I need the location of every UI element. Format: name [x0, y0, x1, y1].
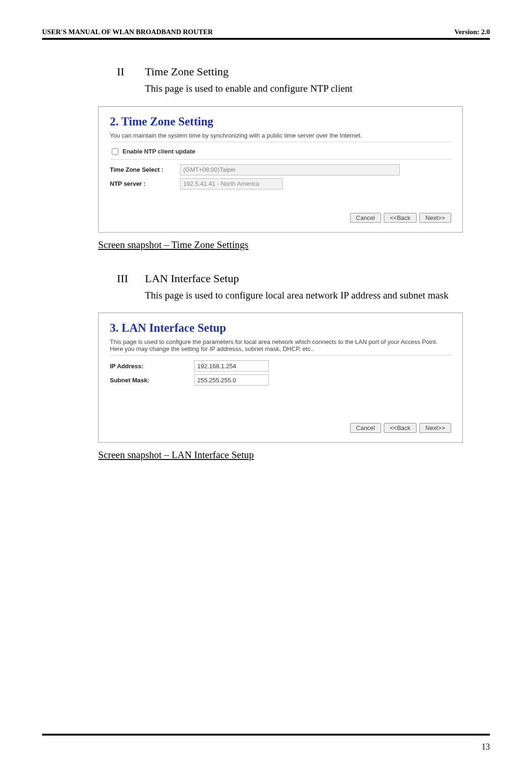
cancel-button[interactable]: Cancel [350, 423, 381, 433]
back-button[interactable]: <<Back [384, 213, 417, 223]
subnet-mask-label: Subnet Mask: [110, 377, 194, 384]
footer-rule [42, 734, 490, 736]
shot2-title: 3. LAN Interface Setup [110, 321, 451, 335]
caption-1: Screen snapshot – Time Zone Settings [98, 239, 476, 251]
section-2-title: Time Zone Setting [145, 66, 229, 78]
ip-address-input[interactable] [194, 360, 269, 372]
time-zone-screenshot: 2. Time Zone Setting You can maintain th… [98, 106, 463, 233]
caption-2: Screen snapshot – LAN Interface Setup [98, 449, 476, 461]
lan-interface-screenshot: 3. LAN Interface Setup This page is used… [98, 313, 463, 443]
tz-select-label: Time Zone Select : [110, 166, 180, 173]
section-3-roman: III [117, 272, 145, 285]
header-right: Version: 2.0 [454, 28, 490, 36]
section-3-heading: III LAN Interface Setup [117, 272, 476, 285]
section-2-roman: II [117, 66, 145, 78]
enable-ntp-label: Enable NTP client update [122, 148, 195, 155]
section-3-title: LAN Interface Setup [145, 272, 239, 285]
shot2-intro: This page is used to configure the param… [110, 338, 451, 352]
back-button[interactable]: <<Back [384, 423, 417, 433]
shot1-divider1 [110, 142, 451, 142]
tz-select[interactable] [180, 164, 400, 175]
header-rule [42, 38, 490, 40]
next-button[interactable]: Next>> [419, 213, 451, 223]
page-number: 13 [482, 742, 490, 752]
ntp-server-label: NTP server : [110, 180, 180, 187]
section-2-desc: This page is used to enable and configur… [145, 81, 476, 97]
subnet-mask-input[interactable] [194, 374, 269, 386]
header-left: USER'S MANUAL OF WLAN BROADBAND ROUTER [42, 28, 213, 36]
next-button[interactable]: Next>> [419, 423, 451, 433]
shot1-divider2 [110, 159, 451, 160]
ip-address-label: IP Address: [110, 363, 194, 370]
section-2-heading: II Time Zone Setting [117, 66, 476, 78]
enable-ntp-checkbox[interactable] [112, 148, 118, 155]
ntp-server-select[interactable] [180, 178, 283, 190]
shot1-title: 2. Time Zone Setting [110, 115, 451, 128]
shot2-divider [110, 355, 451, 356]
shot1-intro: You can maintain the system time by sync… [110, 132, 451, 139]
section-3-desc: This page is used to configure local are… [145, 288, 476, 304]
cancel-button[interactable]: Cancel [350, 213, 381, 223]
